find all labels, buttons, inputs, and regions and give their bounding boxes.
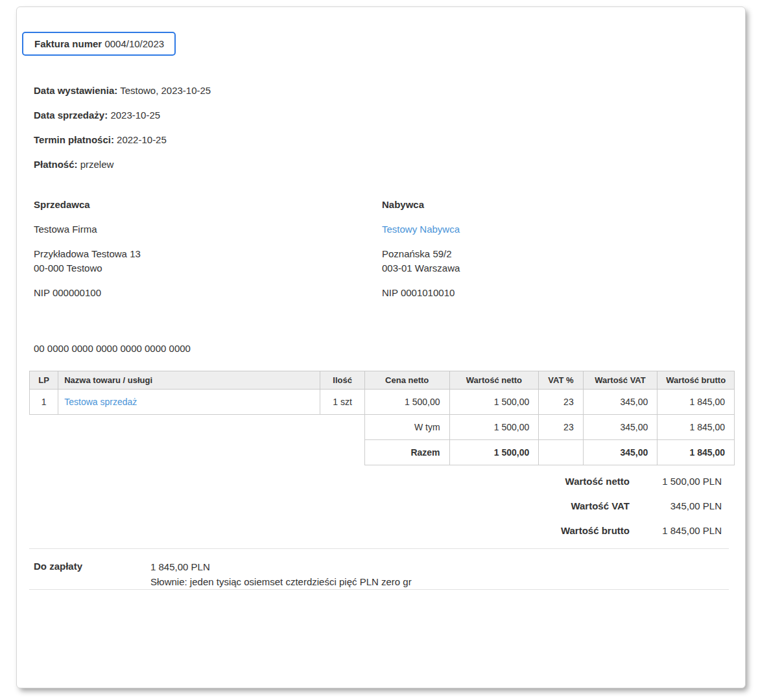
payment-deadline-label: Termin płatności: [34, 134, 114, 145]
buyer-address: Poznańska 59/2 003-01 Warszawa [382, 247, 730, 275]
buyer-section: Nabywca Testowy Nabywca Poznańska 59/2 0… [382, 198, 730, 310]
sale-date-row: Data sprzedaży: 2023-10-25 [34, 108, 728, 122]
payment-due-section: Do zapłaty 1 845,00 PLN Słownie: jeden t… [34, 559, 728, 589]
summary-gross-row: Wartość brutto 1 845,00 PLN [34, 524, 728, 538]
item-net: 1 500,00 [449, 390, 539, 415]
payment-deadline-row: Termin płatności: 2022-10-25 [34, 133, 728, 147]
buyer-heading: Nabywca [382, 198, 730, 212]
col-header-net: Wartość netto [449, 371, 539, 390]
items-table: LP Nazwa towaru / usługi Ilość Cena nett… [29, 371, 735, 465]
breakdown-vat-rate: 23 [539, 415, 583, 440]
seller-address-line2: 00-000 Testowo [34, 261, 382, 275]
total-vat: 345,00 [583, 440, 657, 465]
total-row: Razem 1 500,00 345,00 1 845,00 [30, 440, 735, 465]
payment-due-label: Do zapłaty [34, 559, 150, 589]
breakdown-spacer [30, 415, 365, 440]
item-vat: 345,00 [583, 390, 657, 415]
invoice-number-label: Faktura numer [34, 38, 102, 49]
col-header-gross: Wartość brutto [657, 371, 735, 390]
col-header-vat: Wartość VAT [583, 371, 657, 390]
payment-due-details: 1 845,00 PLN Słownie: jeden tysiąc osiem… [150, 559, 412, 589]
col-header-qty: Ilość [320, 371, 364, 390]
summary-net-label: Wartość netto [565, 474, 630, 489]
invoice-document: Faktura numer 0004/10/2023 Data wystawie… [16, 6, 746, 688]
breakdown-vat: 345,00 [583, 415, 657, 440]
divider-bottom [29, 589, 729, 590]
summary-net-value: 1 500,00 PLN [644, 474, 722, 489]
payment-method-value: przelew [80, 159, 114, 170]
seller-address-line1: Przykładowa Testowa 13 [34, 247, 382, 261]
table-header-row: LP Nazwa towaru / usługi Ilość Cena nett… [30, 371, 735, 390]
seller-section: Sprzedawca Testowa Firma Przykładowa Tes… [34, 198, 382, 310]
invoice-number-value: 0004/10/2023 [104, 38, 164, 49]
payment-method-row: Płatność: przelew [34, 158, 728, 172]
seller-tax-id: NIP 000000100 [34, 286, 382, 300]
seller-name: Testowa Firma [34, 222, 382, 237]
total-net: 1 500,00 [449, 440, 539, 465]
buyer-tax-id: NIP 0001010010 [382, 286, 730, 300]
breakdown-gross: 1 845,00 [657, 415, 735, 440]
payment-due-in-words: Słownie: jeden tysiąc osiemset czterdzie… [150, 574, 412, 589]
total-vat-rate [539, 440, 583, 465]
summary-gross-label: Wartość brutto [561, 524, 630, 538]
breakdown-label: W tym [364, 415, 449, 440]
summary-net-row: Wartość netto 1 500,00 PLN [34, 474, 728, 489]
item-lp: 1 [30, 390, 58, 415]
col-header-unit-net: Cena netto [364, 371, 449, 390]
parties-section: Sprzedawca Testowa Firma Przykładowa Tes… [34, 198, 728, 310]
item-vat-rate: 23 [539, 390, 583, 415]
issue-date-label: Data wystawienia: [34, 85, 117, 96]
sale-date-value: 2023-10-25 [110, 110, 160, 121]
issue-date-row: Data wystawienia: Testowo, 2023-10-25 [34, 84, 728, 98]
summary-vat-label: Wartość VAT [571, 499, 630, 513]
payment-method-label: Płatność: [34, 159, 78, 170]
item-unit-net: 1 500,00 [364, 390, 449, 415]
issue-date-value: Testowo, 2023-10-25 [120, 85, 211, 96]
seller-heading: Sprzedawca [34, 198, 382, 212]
summary-vat-value: 345,00 PLN [644, 499, 722, 513]
item-qty: 1 szt [320, 390, 364, 415]
invoice-number-box[interactable]: Faktura numer 0004/10/2023 [22, 32, 176, 56]
col-header-lp: LP [30, 371, 58, 390]
summary-gross-value: 1 845,00 PLN [644, 524, 722, 538]
vat-breakdown-row: W tym 1 500,00 23 345,00 1 845,00 [30, 415, 735, 440]
item-row: 1 Testowa sprzedaż 1 szt 1 500,00 1 500,… [30, 390, 735, 415]
bank-account-number: 00 0000 0000 0000 0000 0000 0000 [34, 342, 728, 356]
total-spacer [30, 440, 365, 465]
col-header-vat-rate: VAT % [539, 371, 583, 390]
total-gross: 1 845,00 [657, 440, 735, 465]
col-header-name: Nazwa towaru / usługi [58, 371, 320, 390]
summary-vat-row: Wartość VAT 345,00 PLN [34, 499, 728, 513]
payment-deadline-value: 2022-10-25 [117, 134, 167, 145]
seller-address: Przykładowa Testowa 13 00-000 Testowo [34, 247, 382, 275]
invoice-meta: Data wystawienia: Testowo, 2023-10-25 Da… [34, 84, 728, 172]
buyer-address-line1: Poznańska 59/2 [382, 247, 730, 261]
divider-top [29, 548, 729, 549]
payment-due-amount: 1 845,00 PLN [150, 559, 412, 574]
product-link[interactable]: Testowa sprzedaż [64, 397, 137, 407]
total-label: Razem [364, 440, 449, 465]
buyer-address-line2: 003-01 Warszawa [382, 261, 730, 275]
item-gross: 1 845,00 [657, 390, 735, 415]
buyer-link[interactable]: Testowy Nabywca [382, 224, 460, 235]
sale-date-label: Data sprzedaży: [34, 110, 108, 121]
breakdown-net: 1 500,00 [449, 415, 539, 440]
totals-summary: Wartość netto 1 500,00 PLN Wartość VAT 3… [34, 474, 728, 538]
